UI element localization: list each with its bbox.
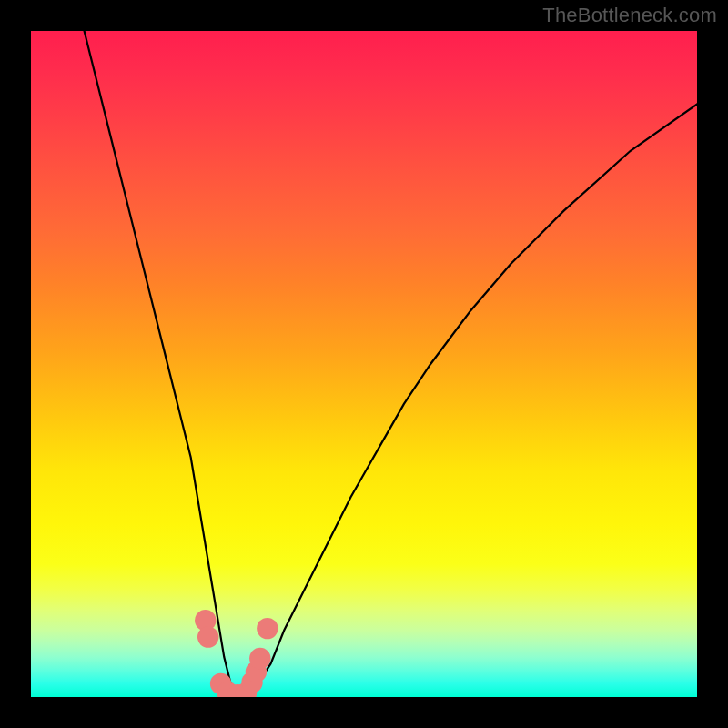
watermark-text: TheBottleneck.com [542,4,717,27]
marker-dot [197,626,218,647]
marker-dot [249,648,270,669]
curve-layer [31,31,697,697]
curve-markers [195,610,278,697]
marker-dot [257,618,278,639]
chart-frame: TheBottleneck.com [0,0,728,728]
bottleneck-curve [85,31,697,697]
plot-area [31,31,697,697]
